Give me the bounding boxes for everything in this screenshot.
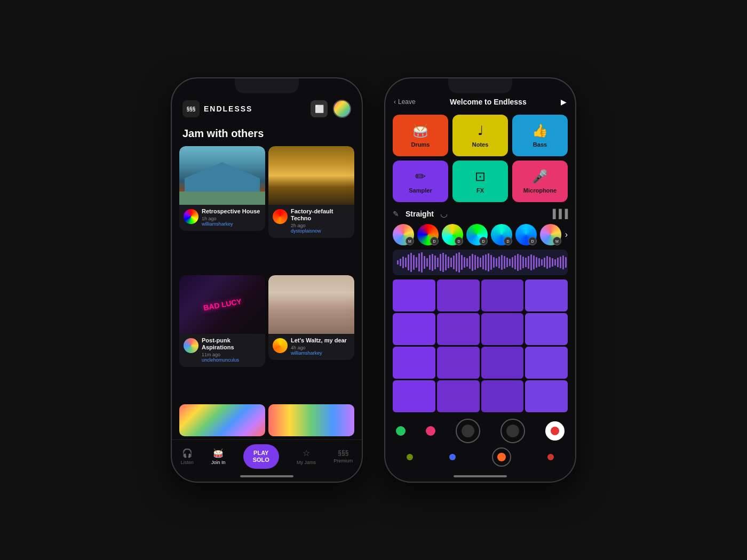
jam-item-factory-techno[interactable]: Factory-default Techno 2h ago dystoplais… bbox=[268, 146, 354, 272]
loop-circle-3[interactable] bbox=[442, 224, 463, 245]
header-icons: ⬜ bbox=[311, 100, 351, 118]
back-label: Leave bbox=[398, 98, 416, 106]
loop-circle-4[interactable] bbox=[466, 224, 488, 245]
next-button[interactable]: ▶ bbox=[561, 98, 567, 106]
right-phone: ‹ Leave Welcome to Endlesss ▶ 🥁 Drums ♩ … bbox=[384, 77, 576, 483]
loop-circle-7[interactable] bbox=[540, 224, 561, 245]
loop-circle-1[interactable] bbox=[393, 224, 414, 245]
nav-item-my-jams[interactable]: ☆ My Jams bbox=[297, 448, 316, 465]
record-dot-icon bbox=[551, 427, 559, 435]
nav-item-join-in[interactable]: 🥁 Join In bbox=[211, 448, 226, 465]
instrument-sampler[interactable]: ✏ Sampler bbox=[393, 161, 448, 202]
pad-16[interactable] bbox=[525, 380, 568, 412]
pad-1[interactable] bbox=[393, 279, 435, 311]
loops-next-button[interactable]: › bbox=[565, 230, 568, 239]
pad-5[interactable] bbox=[393, 313, 435, 345]
pad-6[interactable] bbox=[437, 313, 480, 345]
jam-user: unclehomunculus bbox=[202, 357, 261, 363]
discord-button[interactable]: ⬜ bbox=[311, 100, 328, 117]
join-in-icon: 🥁 bbox=[213, 448, 224, 458]
preview-colorful[interactable] bbox=[179, 404, 265, 436]
nav-item-play-solo[interactable]: PLAYSOLO bbox=[243, 444, 279, 469]
jam-time: 4h ago bbox=[291, 345, 350, 350]
jam-text-info: Let's Waltz, my dear 4h ago williamshark… bbox=[291, 337, 350, 356]
jam-title: Let's Waltz, my dear bbox=[291, 337, 350, 344]
jam-title: Retrospective House bbox=[202, 208, 261, 215]
instrument-notes[interactable]: ♩ Notes bbox=[452, 115, 508, 156]
back-chevron-icon: ‹ bbox=[394, 98, 396, 106]
jam-circle-yellow bbox=[273, 338, 288, 353]
home-bar-left bbox=[240, 475, 293, 477]
pad-9[interactable] bbox=[393, 347, 435, 379]
loop-circle-5[interactable] bbox=[491, 224, 512, 245]
instrument-bass[interactable]: 👍 Bass bbox=[512, 115, 568, 156]
notes-label: Notes bbox=[472, 141, 489, 148]
loop-circle-2[interactable] bbox=[417, 224, 439, 245]
control-circle-btn-2[interactable] bbox=[500, 419, 525, 443]
endlesss-logo-icon: §§§ bbox=[182, 100, 200, 117]
pad-11[interactable] bbox=[481, 347, 524, 379]
instrument-microphone[interactable]: 🎤 Microphone bbox=[512, 161, 568, 202]
drums-label: Drums bbox=[411, 141, 430, 148]
jam-item-waltz[interactable]: Let's Waltz, my dear 4h ago williamshark… bbox=[268, 275, 354, 401]
controls-bottom-row bbox=[396, 447, 565, 467]
notes-icon: ♩ bbox=[478, 123, 483, 138]
jam-title-row: Post-punk Aspirations 11m ago unclehomun… bbox=[184, 337, 261, 363]
pad-13[interactable] bbox=[393, 380, 435, 412]
sampler-label: Sampler bbox=[409, 187, 432, 194]
back-button[interactable]: ‹ Leave bbox=[394, 98, 416, 106]
pad-10[interactable] bbox=[437, 347, 480, 379]
jam-title-row: Factory-default Techno 2h ago dystoplais… bbox=[273, 208, 350, 234]
jam-item-postpunk[interactable]: Post-punk Aspirations 11m ago unclehomun… bbox=[179, 275, 265, 401]
bass-label: Bass bbox=[533, 141, 547, 148]
loop-circle-6[interactable] bbox=[515, 224, 537, 245]
control-circle-btn-1[interactable] bbox=[456, 419, 480, 443]
small-circle-inner bbox=[497, 453, 506, 461]
right-page-title: Welcome to Endlesss bbox=[450, 98, 527, 106]
pad-14[interactable] bbox=[437, 380, 480, 412]
nav-item-premium[interactable]: §§§ Premium bbox=[333, 449, 353, 463]
fx-label: FX bbox=[476, 187, 484, 194]
jam-title: Post-punk Aspirations bbox=[202, 337, 261, 351]
blue-dot bbox=[449, 454, 456, 460]
jam-image-punk bbox=[179, 275, 265, 334]
track-selector: ✎ Straight ◡ ▐▐▐ bbox=[385, 205, 575, 222]
jam-title-row: Let's Waltz, my dear 4h ago williamshark… bbox=[273, 337, 350, 356]
jam-circle-red bbox=[273, 209, 288, 224]
jam-info: Retrospective House 1h ago williamsharke… bbox=[179, 205, 265, 231]
olive-dot bbox=[407, 454, 413, 460]
jam-time: 2h ago bbox=[291, 223, 350, 228]
jam-user: williamsharkey bbox=[202, 221, 261, 227]
mic-icon: 🎤 bbox=[532, 169, 548, 184]
small-circle-btn[interactable] bbox=[492, 447, 511, 467]
jam-item-retrospective-house[interactable]: Retrospective House 1h ago williamsharke… bbox=[179, 146, 265, 272]
phones-container: §§§ ENDLESSS ⬜ Jam with others bbox=[171, 77, 576, 483]
pad-8[interactable] bbox=[525, 313, 568, 345]
green-dot bbox=[396, 426, 406, 436]
instrument-drums[interactable]: 🥁 Drums bbox=[393, 115, 448, 156]
pad-2[interactable] bbox=[437, 279, 480, 311]
track-mode-label[interactable]: Straight bbox=[406, 210, 434, 218]
play-solo-button[interactable]: PLAYSOLO bbox=[243, 444, 279, 469]
user-avatar[interactable] bbox=[333, 100, 351, 118]
bars-icon[interactable]: ▐▐▐ bbox=[550, 209, 568, 219]
pad-12[interactable] bbox=[525, 347, 568, 379]
pad-4[interactable] bbox=[525, 279, 568, 311]
logo-area: §§§ ENDLESSS bbox=[182, 100, 252, 117]
pad-7[interactable] bbox=[481, 313, 524, 345]
edit-icon[interactable]: ✎ bbox=[393, 210, 399, 218]
instrument-fx[interactable]: ⊡ FX bbox=[452, 161, 508, 202]
pad-15[interactable] bbox=[481, 380, 524, 412]
pad-3[interactable] bbox=[481, 279, 524, 311]
headphone-icon[interactable]: ◡ bbox=[440, 209, 448, 219]
fx-icon: ⊡ bbox=[475, 169, 486, 184]
section-title: Jam with others bbox=[172, 123, 362, 146]
nav-label-premium: Premium bbox=[333, 458, 353, 463]
record-button[interactable] bbox=[545, 421, 565, 441]
mic-label: Microphone bbox=[523, 187, 557, 194]
instrument-grid: 🥁 Drums ♩ Notes 👍 Bass ✏ Sampler bbox=[385, 111, 575, 205]
preview-stripes[interactable] bbox=[268, 404, 354, 436]
drums-icon: 🥁 bbox=[412, 123, 428, 138]
nav-item-listen[interactable]: 🎧 Listen bbox=[181, 448, 194, 465]
controls-top-row bbox=[396, 419, 565, 443]
